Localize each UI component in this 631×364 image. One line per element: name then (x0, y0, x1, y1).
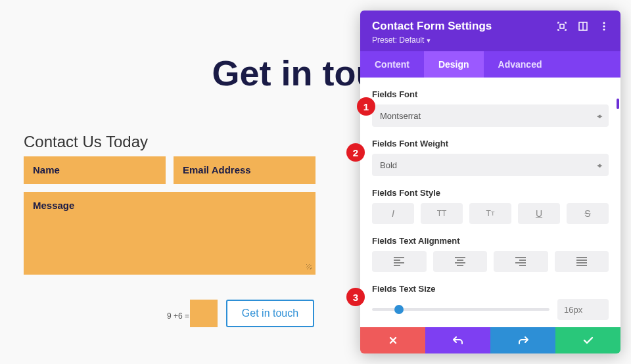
panel-footer (360, 327, 620, 353)
close-icon (388, 336, 398, 345)
fields-weight-label: Fields Font Weight (372, 139, 609, 148)
align-right-button[interactable] (494, 251, 548, 272)
submit-label: Get in touch (242, 307, 298, 319)
message-field[interactable]: Message (24, 192, 316, 275)
name-placeholder: Name (33, 164, 60, 175)
tabs: Content Design Advanced (360, 51, 620, 78)
panel-header: Contact Form Settings Preset: Default▼ (360, 11, 620, 51)
email-field[interactable]: Email Address (174, 156, 316, 184)
annotation-badge-1: 1 (357, 97, 375, 116)
settings-panel: Contact Form Settings Preset: Default▼ C… (360, 11, 620, 353)
scrollbar-thumb[interactable] (617, 99, 619, 109)
tab-advanced[interactable]: Advanced (484, 51, 557, 78)
select-chevron-icon: ◂▸ (597, 112, 601, 120)
panel-body: Fields Font Montserrat ◂▸ Fields Font We… (360, 78, 620, 327)
preset-dropdown[interactable]: Preset: Default▼ (372, 35, 609, 45)
align-left-button[interactable] (372, 251, 427, 272)
smallcaps-button[interactable]: TT (469, 203, 511, 224)
align-center-button[interactable] (433, 251, 488, 272)
tab-design[interactable]: Design (424, 51, 484, 78)
kebab-menu-icon[interactable] (599, 22, 609, 31)
fields-align-label: Fields Text Alignment (372, 236, 609, 246)
text-size-slider[interactable] (372, 308, 549, 311)
message-placeholder: Message (33, 200, 74, 211)
annotation-badge-3: 3 (346, 288, 365, 306)
fields-weight-value: Bold (380, 160, 397, 170)
confirm-button[interactable] (555, 327, 620, 353)
fields-size-label: Fields Text Size (372, 284, 609, 294)
annotation-badge-2: 2 (346, 143, 365, 162)
expand-icon[interactable] (557, 22, 567, 31)
captcha-question: 9 +6 = (167, 311, 189, 321)
fields-font-label: Fields Font (372, 89, 609, 99)
textarea-resize-handle[interactable] (305, 263, 313, 271)
submit-button[interactable]: Get in touch (226, 300, 314, 327)
email-placeholder: Email Address (183, 164, 251, 175)
svg-point-5 (603, 28, 605, 30)
name-field[interactable]: Name (24, 156, 166, 184)
undo-button[interactable] (425, 327, 490, 353)
cancel-button[interactable] (360, 327, 425, 353)
svg-point-3 (603, 22, 605, 24)
underline-button[interactable]: U (518, 203, 560, 224)
contact-heading: Contact Us Today (24, 133, 148, 151)
preset-label: Preset: Default (372, 35, 424, 45)
svg-rect-0 (560, 24, 564, 28)
captcha-input[interactable] (190, 300, 218, 327)
uppercase-button[interactable]: TT (421, 203, 463, 224)
italic-button[interactable]: I (372, 203, 414, 224)
text-size-value[interactable]: 16px (557, 299, 609, 320)
tab-content[interactable]: Content (360, 51, 424, 78)
fields-font-select[interactable]: Montserrat ◂▸ (372, 104, 609, 127)
check-icon (583, 336, 594, 344)
redo-icon (518, 336, 528, 345)
svg-point-4 (603, 25, 605, 27)
snap-icon[interactable] (578, 22, 588, 31)
fields-font-value: Montserrat (380, 111, 421, 121)
strikethrough-button[interactable]: S (567, 203, 609, 224)
select-chevron-icon: ◂▸ (597, 161, 601, 170)
caret-down-icon: ▼ (425, 37, 431, 44)
fields-weight-select[interactable]: Bold ◂▸ (372, 154, 609, 176)
redo-button[interactable] (490, 327, 555, 353)
align-justify-button[interactable] (555, 251, 609, 272)
undo-icon (453, 336, 463, 345)
fields-style-label: Fields Font Style (372, 188, 609, 198)
panel-title: Contact Form Settings (372, 20, 492, 33)
